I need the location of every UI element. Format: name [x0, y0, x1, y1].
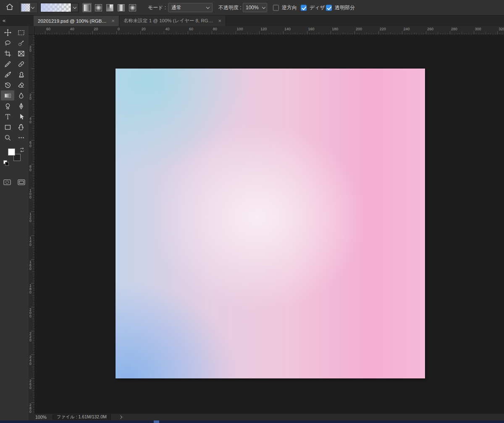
- reverse-checkbox-box[interactable]: [273, 5, 279, 11]
- dither-checkbox[interactable]: ディザ: [301, 4, 325, 11]
- diamond-gradient-button[interactable]: [128, 3, 137, 12]
- move-tool[interactable]: [1, 27, 14, 37]
- ruler-origin-corner[interactable]: [29, 26, 35, 35]
- ruler-tick: [32, 247, 34, 248]
- eraser-tool[interactable]: [14, 80, 28, 90]
- tab-close-icon[interactable]: ×: [218, 18, 221, 24]
- status-expand-chevron-icon[interactable]: [118, 415, 122, 419]
- ruler-tick: [426, 31, 426, 34]
- foreground-color-swatch[interactable]: [8, 148, 15, 156]
- document-tab[interactable]: 20201219.psd @ 100% (RGB/8#) *×: [34, 16, 119, 26]
- reverse-checkbox[interactable]: 逆方向: [273, 4, 297, 11]
- ruler-tick: [33, 302, 34, 303]
- ruler-tick: [33, 178, 34, 179]
- ruler-tick: [388, 33, 388, 34]
- ruler-tick: [69, 31, 69, 34]
- gradient-picker[interactable]: [40, 3, 79, 12]
- linear-gradient-button[interactable]: [82, 3, 92, 12]
- gradient-picker-dropdown-button[interactable]: [71, 3, 79, 12]
- ruler-tick: [373, 33, 374, 34]
- ruler-tick: [31, 331, 34, 331]
- ruler-tick: [457, 33, 457, 34]
- vertical-ruler[interactable]: 2 02 04 06 08 01 0 01 2 01 4 01 6 01 8 0…: [29, 35, 35, 414]
- zoom-tool[interactable]: [1, 132, 14, 143]
- transparency-checkbox[interactable]: 透明部分: [326, 4, 355, 11]
- ruler-tick: [31, 212, 34, 212]
- lasso-tool[interactable]: [1, 38, 14, 48]
- ruler-tick: [423, 33, 424, 34]
- path-selection-tool[interactable]: [14, 111, 28, 122]
- quick-mask-button[interactable]: [3, 179, 11, 185]
- gradient-tool[interactable]: [1, 90, 14, 100]
- canvas-area[interactable]: [35, 35, 504, 414]
- radial-gradient-button[interactable]: [94, 3, 103, 12]
- pen-tool[interactable]: [14, 101, 28, 111]
- chevron-down-icon: [206, 5, 210, 8]
- ruler-tick: [497, 31, 498, 34]
- brush-tool[interactable]: [1, 69, 14, 79]
- ruler-tick: [354, 31, 355, 34]
- ruler-tick: [33, 347, 34, 348]
- more-tools[interactable]: [14, 132, 28, 143]
- screen-mode-button[interactable]: [17, 179, 26, 185]
- color-swatches: [0, 146, 29, 173]
- eyedropper-tool[interactable]: [1, 59, 14, 69]
- ruler-label: 2 0 0: [29, 308, 34, 318]
- ruler-tick: [500, 33, 500, 34]
- ruler-tick: [135, 33, 136, 34]
- ruler-tick: [31, 283, 34, 283]
- quick-selection-tool[interactable]: [14, 38, 28, 48]
- ruler-tick: [109, 33, 110, 34]
- document-canvas[interactable]: [116, 69, 425, 378]
- ruler-tick: [33, 352, 34, 353]
- type-tool[interactable]: [1, 111, 14, 122]
- swap-colors-icon[interactable]: [19, 147, 25, 154]
- ruler-tick: [33, 207, 34, 207]
- ruler-tick: [488, 33, 488, 34]
- ruler-tick: [376, 33, 376, 34]
- mode-select[interactable]: 通常: [168, 3, 213, 12]
- hand-tool[interactable]: [14, 122, 28, 132]
- rectangle-tool[interactable]: [1, 122, 14, 132]
- ruler-tick: [412, 33, 412, 34]
- ruler-tick: [236, 31, 236, 34]
- ruler-label: 200: [356, 27, 362, 31]
- blur-tool[interactable]: [14, 90, 28, 100]
- horizontal-ruler[interactable]: 6040200204060801001201401601802002202402…: [35, 26, 504, 35]
- opacity-input[interactable]: 100%: [243, 3, 261, 12]
- document-tab[interactable]: 名称未設定 1 @ 100% (レイヤー 8, RGB/8#) *×: [119, 16, 226, 26]
- default-colors-icon[interactable]: [3, 160, 8, 165]
- ruler-tick: [38, 33, 38, 34]
- dither-checkbox-box[interactable]: [301, 5, 307, 11]
- home-button[interactable]: [5, 3, 14, 12]
- reflected-gradient-icon: [118, 4, 125, 11]
- tab-close-icon[interactable]: ×: [111, 18, 115, 24]
- opacity-dropdown-button[interactable]: [261, 3, 267, 12]
- history-brush-tool[interactable]: [1, 80, 14, 90]
- ruler-tick: [323, 33, 324, 34]
- ruler-tick: [257, 33, 257, 34]
- crop-tool[interactable]: [1, 48, 14, 58]
- frame-tool-icon: [18, 50, 25, 57]
- ruler-tick: [123, 33, 124, 34]
- frame-tool[interactable]: [14, 48, 28, 58]
- clone-stamp-tool[interactable]: [14, 69, 28, 79]
- healing-brush-tool[interactable]: [14, 59, 28, 69]
- ruler-tick: [97, 33, 98, 34]
- eraser-tool-icon: [18, 82, 25, 89]
- tool-preset-picker[interactable]: [19, 2, 38, 13]
- taskbar-notch: [154, 420, 159, 423]
- opacity-value: 100%: [246, 5, 259, 11]
- ruler-tick: [336, 33, 336, 34]
- collapse-panels-button[interactable]: «: [3, 17, 5, 24]
- transparency-checkbox-box[interactable]: [326, 5, 332, 11]
- ruler-tick: [159, 33, 160, 34]
- zoom-level[interactable]: 100%: [35, 415, 47, 420]
- rectangular-marquee-tool[interactable]: [14, 27, 28, 37]
- dodge-tool[interactable]: [1, 101, 14, 111]
- ruler-tick: [255, 33, 255, 34]
- angle-gradient-button[interactable]: [105, 3, 114, 12]
- ruler-tick: [85, 33, 86, 34]
- reflected-gradient-button[interactable]: [116, 3, 126, 12]
- ruler-tick: [307, 31, 307, 34]
